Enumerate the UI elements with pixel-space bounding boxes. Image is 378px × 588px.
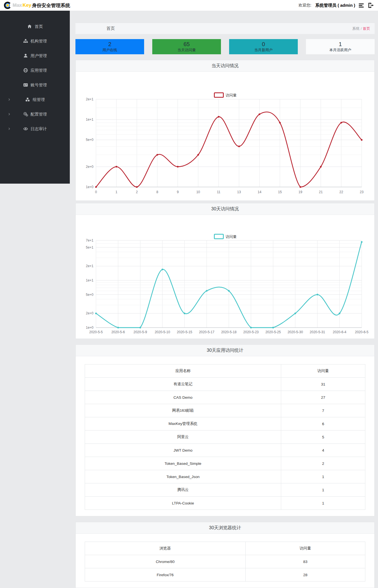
x-axis-tick-label: 2020-5-18: [221, 330, 237, 334]
x-axis-tick-label: 2020-5-23: [243, 330, 259, 334]
cell: 6: [281, 417, 365, 431]
chart-legend[interactable]: 访问量: [214, 93, 237, 97]
cell: Token_Based_Json: [85, 470, 281, 483]
sidebar-item-config[interactable]: 配置管理: [0, 107, 70, 121]
chart-today-visits: 2e+11e+15e+02e+01e+001289101113141519212…: [76, 72, 374, 200]
brand-name-max: Max: [13, 3, 22, 8]
y-axis-tick-label: 1e+0: [86, 326, 93, 330]
legend-swatch: [214, 93, 223, 97]
y-axis-tick-label: 5e+0: [86, 138, 93, 142]
cell: Firefox/76: [85, 568, 246, 582]
panel-title-month-visits: 30天访问情况: [76, 203, 374, 215]
sidebar-item-org[interactable]: 机构管理: [0, 34, 70, 48]
cell: 27: [281, 391, 365, 404]
sidebar-item-groups[interactable]: 组管理: [0, 92, 70, 107]
cell: 4: [281, 444, 365, 457]
chart-legend[interactable]: 访问量: [214, 234, 237, 239]
cell: 83: [245, 555, 365, 568]
cell: 1: [281, 497, 365, 510]
stat-value: 0: [262, 41, 265, 48]
sitemap-icon: [23, 39, 28, 44]
cell: MaxKey管理系统: [85, 417, 281, 431]
data-point: [95, 186, 97, 188]
table-row: JWT Demo4: [85, 444, 365, 457]
panel-title-today-visits: 当天访问情况: [76, 60, 374, 72]
user-icon: [23, 53, 28, 58]
chart-month-visits: 7e+15e+12e+11e+15e+02e+01e+02020-5-52020…: [76, 215, 374, 339]
brand: MaxKey身份安全管理系统: [4, 2, 70, 9]
series-line: [96, 112, 362, 187]
cell: LTPA-Cookie: [85, 497, 281, 510]
table-row: LTPA-Cookie1: [85, 497, 365, 510]
data-point: [250, 327, 252, 328]
data-point: [218, 116, 220, 118]
breadcrumb-current[interactable]: 首页: [363, 26, 370, 31]
breadcrumb-section[interactable]: 系统: [352, 26, 359, 31]
stat-value: 2: [108, 41, 111, 48]
x-axis-tick-label: 14: [258, 190, 261, 194]
x-axis-tick-label: 23: [360, 190, 364, 194]
panel-today-visits: 当天访问情况 2e+11e+15e+02e+01e+00128910111314…: [75, 60, 375, 201]
id-card-icon: [23, 82, 28, 87]
app-header: MaxKey身份安全管理系统 欢迎您: 系统管理员 ( admin ): [0, 0, 378, 11]
panel-browser-stats: 30天浏览器统计 浏览器访问量Chrome/8083Firefox/7628: [75, 522, 375, 588]
sidebar-item-label: 机构管理: [31, 39, 47, 44]
legend-label: 访问量: [226, 235, 237, 239]
x-axis-tick-label: 2020-5-30: [288, 330, 303, 334]
chevron-right-icon: [7, 98, 11, 102]
sidebar-item-label: 首页: [35, 24, 43, 29]
table-row: 网易163邮箱7: [85, 404, 365, 417]
table-row: CAS Demo27: [85, 391, 365, 404]
x-axis-tick-label: 21: [319, 190, 323, 194]
cell: 腾讯云: [85, 483, 281, 497]
data-point: [272, 327, 274, 328]
column-header: 访问量: [245, 542, 365, 555]
stat-label: 当月新用户: [254, 48, 273, 53]
data-point: [177, 166, 179, 168]
stat-value: 1: [339, 41, 342, 48]
sidebar-item-label: 应用管理: [31, 68, 47, 73]
table-row: Chrome/8083: [85, 555, 365, 568]
data-point: [162, 269, 163, 270]
user-name: 系统管理员 ( admin ): [315, 3, 355, 8]
cell: 5: [281, 431, 365, 444]
y-axis-tick-label: 2e+0: [86, 311, 93, 315]
y-axis-tick-label: 1e+1: [86, 118, 93, 121]
data-point: [156, 154, 158, 156]
sidebar-item-home[interactable]: 首页: [0, 19, 70, 34]
list-icon[interactable]: [358, 2, 364, 9]
data-point: [228, 290, 230, 292]
data-point: [238, 146, 240, 147]
sidebar-item-apps[interactable]: 应用管理: [0, 63, 70, 78]
table-row: Token_Based_Simple2: [85, 457, 365, 470]
sidebar: 首页机构管理用户管理应用管理账号管理组管理配置管理日志审计: [0, 11, 70, 184]
sidebar-item-accounts[interactable]: 账号管理: [0, 78, 70, 92]
cell: Chrome/80: [85, 555, 246, 568]
sidebar-item-audit[interactable]: 日志审计: [0, 121, 70, 136]
data-point: [116, 166, 117, 168]
x-axis-tick-label: 0: [95, 190, 97, 194]
gears-icon: [23, 112, 28, 117]
data-point: [117, 327, 119, 328]
x-axis-tick-label: 22: [339, 190, 343, 194]
data-point: [206, 290, 207, 292]
home-icon: [27, 24, 32, 29]
logout-icon[interactable]: [367, 2, 374, 9]
y-axis-tick-label: 7e+1: [86, 238, 93, 242]
breadcrumb: 系统/首页: [352, 26, 370, 31]
column-header: 浏览器: [85, 542, 246, 555]
column-header: 应用名称: [85, 364, 281, 378]
main-content: 首页 系统/首页 2用户在线65当天访问量0当月新用户1本月活跃用户 当天访问情…: [70, 11, 378, 588]
data-point: [139, 327, 141, 328]
welcome-text: 欢迎您:: [298, 3, 311, 8]
chevron-right-icon: [7, 127, 11, 131]
panel-month-visits: 30天访问情况 7e+15e+12e+11e+15e+02e+01e+02020…: [75, 203, 375, 339]
sidebar-item-users[interactable]: 用户管理: [0, 48, 70, 63]
x-axis-tick-label: 2020-5-10: [155, 330, 170, 334]
x-axis-tick-label: 2020-5-5: [89, 330, 103, 334]
y-axis-tick-label: 1e+0: [86, 185, 93, 189]
x-axis-tick-label: 8: [156, 190, 158, 194]
cell: 31: [281, 378, 365, 391]
x-axis-tick-label: 2020-6-5: [355, 330, 368, 334]
table-row: Firefox/7628: [85, 568, 365, 582]
